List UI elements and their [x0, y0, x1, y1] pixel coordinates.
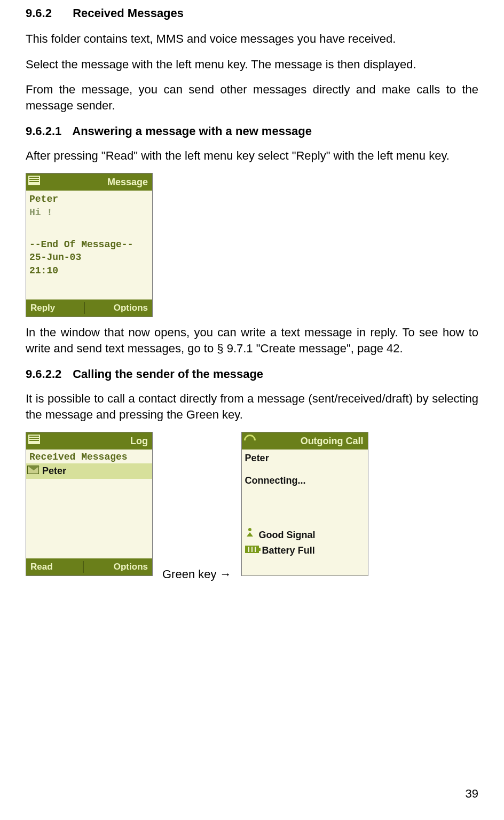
titlebar: Log: [26, 432, 152, 450]
heading-answer-message: 9.6.2.1 Answering a message with a new m…: [26, 124, 478, 138]
battery-text: Battery Full: [262, 544, 315, 557]
heading-title: Calling the sender of the message: [73, 367, 263, 381]
log-body: Received Messages Peter: [26, 450, 152, 559]
envelope-icon: [27, 466, 39, 477]
message-icon: [28, 435, 41, 447]
green-key-label: Green key →: [162, 567, 232, 584]
titlebar-text: Message: [107, 177, 148, 188]
phone-icon: [244, 435, 257, 447]
screenshot-row: Log Received Messages Peter Read Options…: [26, 432, 478, 584]
log-selected-row[interactable]: Peter: [26, 463, 152, 478]
heading-received-messages: 9.6.2 Received Messages: [26, 6, 478, 20]
page-number: 39: [466, 787, 478, 801]
titlebar: Message: [26, 174, 152, 191]
softkey-right[interactable]: Options: [114, 303, 148, 313]
heading-title: Answering a message with a new message: [72, 124, 312, 138]
heading-number: 9.6.2: [26, 6, 69, 20]
signal-text: Good Signal: [259, 529, 316, 541]
body-line: Hi !: [29, 206, 149, 219]
call-status: Connecting...: [245, 474, 365, 487]
softkey-divider: [83, 561, 84, 573]
softkey-bar: Reply Options: [26, 299, 152, 317]
softkey-bar: Read Options: [26, 558, 152, 575]
para-intro-3: From the message, you can send other mes…: [26, 82, 478, 113]
heading-number: 9.6.2.1: [26, 124, 69, 138]
date-line: 25-Jun-03: [29, 251, 149, 264]
phone-screenshot-call: Outgoing Call Peter Connecting... Good S…: [241, 432, 368, 576]
end-line: --End Of Message--: [29, 238, 149, 251]
para-intro-1: This folder contains text, MMS and voice…: [26, 31, 478, 47]
titlebar: Outgoing Call: [242, 432, 368, 450]
signal-row: Good Signal: [245, 527, 365, 543]
heading-call-sender: 9.6.2.2 Calling the sender of the messag…: [26, 367, 478, 381]
battery-icon: [245, 543, 259, 558]
softkey-left[interactable]: Reply: [30, 303, 55, 313]
para-intro-2: Select the message with the left menu ke…: [26, 57, 478, 73]
sender-line: Peter: [29, 193, 149, 206]
selected-contact: Peter: [42, 464, 66, 477]
message-body: Peter Hi ! --End Of Message-- 25-Jun-03 …: [26, 191, 152, 301]
para-answer-instruction: After pressing "Read" with the left menu…: [26, 148, 478, 164]
heading-title: Received Messages: [73, 6, 184, 20]
call-contact: Peter: [245, 452, 365, 464]
battery-row: Battery Full: [245, 543, 365, 558]
phone-screenshot-log: Log Received Messages Peter Read Options: [26, 432, 153, 576]
log-subtitle: Received Messages: [26, 450, 152, 463]
softkey-divider: [84, 302, 85, 314]
para-call-instruction: It is possible to call a contact directl…: [26, 391, 478, 422]
call-body: Peter Connecting... Good Signal Battery …: [242, 450, 368, 577]
para-reply-window: In the window that now opens, you can wr…: [26, 325, 478, 356]
titlebar-text: Outgoing Call: [301, 436, 364, 447]
softkey-left[interactable]: Read: [30, 562, 53, 572]
signal-icon: [245, 527, 256, 543]
heading-number: 9.6.2.2: [26, 367, 69, 381]
time-line: 21:10: [29, 264, 149, 277]
message-icon: [28, 176, 41, 188]
titlebar-text: Log: [130, 436, 148, 447]
phone-screenshot-message: Message Peter Hi ! --End Of Message-- 25…: [26, 173, 153, 317]
softkey-right[interactable]: Options: [114, 562, 148, 572]
